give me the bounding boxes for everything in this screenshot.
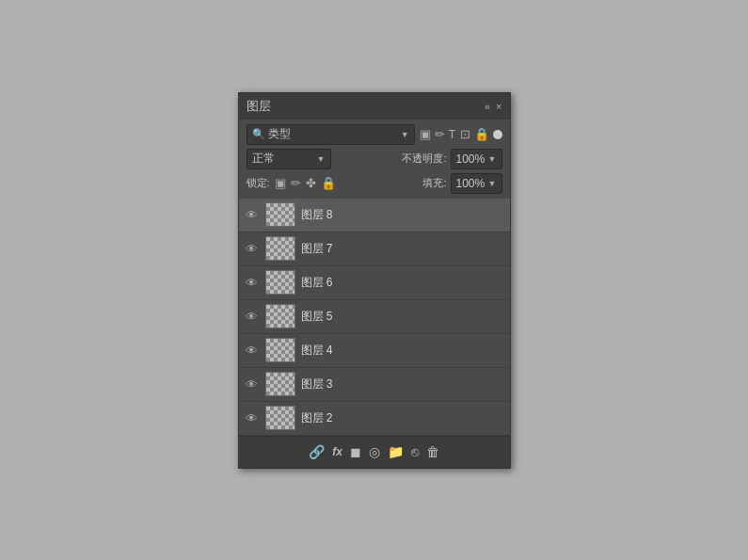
link-icon[interactable]: 🔗: [309, 444, 325, 459]
visibility-icon[interactable]: 👁: [245, 411, 260, 425]
opacity-input[interactable]: 100% ▼: [451, 149, 502, 169]
table-row[interactable]: 👁 图层 7: [239, 232, 510, 266]
layer-thumbnail: [265, 304, 295, 328]
visibility-icon[interactable]: 👁: [245, 276, 260, 290]
mask-icon[interactable]: ◼: [350, 444, 361, 459]
panel-title: 图层: [247, 98, 271, 115]
visibility-icon[interactable]: 👁: [245, 242, 260, 256]
layer-name: 图层 2: [301, 410, 504, 426]
filter-row: 🔍 类型 ▼ ▣ ✏ T ⊡ 🔒: [247, 124, 502, 145]
layers-list[interactable]: 👁 图层 8 👁 图层 7 👁 图层 6 👁 图层 5 👁 图层 4 👁: [239, 199, 510, 436]
table-row[interactable]: 👁 图层 2: [239, 402, 510, 436]
dropdown-arrow-icon: ▼: [401, 130, 409, 139]
layer-name: 图层 6: [301, 275, 504, 291]
layers-panel: 图层 « × 🔍 类型 ▼ ▣ ✏ T ⊡ 🔒: [238, 92, 511, 469]
lock-position-icon[interactable]: ✤: [306, 177, 316, 189]
filter-icon-type[interactable]: T: [449, 128, 456, 140]
fill-label: 填充:: [422, 176, 446, 190]
type-select[interactable]: 🔍 类型 ▼: [247, 124, 415, 145]
layer-thumbnail: [265, 270, 295, 295]
visibility-icon[interactable]: 👁: [245, 377, 260, 392]
lock-controls: 锁定: ▣ ✏ ✤ 🔒: [247, 176, 336, 190]
filter-icon-shape[interactable]: ⊡: [460, 128, 470, 140]
visibility-icon[interactable]: 👁: [245, 208, 260, 222]
fill-row: 填充: 100% ▼: [341, 173, 502, 194]
visibility-icon[interactable]: 👁: [245, 310, 260, 324]
filter-icons: ▣ ✏ T ⊡ 🔒: [420, 128, 502, 140]
delete-icon[interactable]: 🗑: [426, 444, 439, 459]
close-icon[interactable]: ×: [496, 101, 501, 112]
layer-name: 图层 5: [301, 309, 504, 325]
layer-thumbnail: [265, 236, 295, 261]
opacity-number: 100%: [456, 152, 485, 166]
layer-thumbnail: [265, 338, 295, 362]
lock-pixels-icon[interactable]: ✏: [291, 177, 301, 189]
layer-name: 图层 7: [301, 241, 504, 257]
blend-opacity-row: 正常 ▼ 不透明度: 100% ▼: [247, 149, 502, 169]
visibility-icon[interactable]: 👁: [245, 344, 260, 358]
panel-titlebar: 图层 « ×: [239, 93, 510, 120]
table-row[interactable]: 👁 图层 8: [239, 199, 510, 232]
filter-toggle-circle[interactable]: [493, 130, 502, 139]
opacity-arrow-icon: ▼: [488, 154, 497, 164]
panel-bottom-toolbar: 🔗 fx ◼ ◎ 📁 ⎋ 🗑: [239, 436, 510, 468]
panel-controls: 🔍 类型 ▼ ▣ ✏ T ⊡ 🔒 正常 ▼ 不透明度: 100%: [239, 120, 510, 199]
group-icon[interactable]: 📁: [388, 444, 404, 459]
collapse-icon[interactable]: «: [485, 101, 490, 112]
new-layer-icon[interactable]: ⎋: [411, 444, 419, 459]
type-label: 类型: [268, 126, 398, 142]
filter-icon-lock[interactable]: 🔒: [474, 128, 489, 140]
table-row[interactable]: 👁 图层 6: [239, 266, 510, 300]
fill-arrow-icon: ▼: [488, 179, 497, 188]
table-row[interactable]: 👁 图层 5: [239, 300, 510, 334]
adjustment-icon[interactable]: ◎: [369, 444, 380, 459]
fill-number: 100%: [456, 177, 485, 190]
lock-fill-row: 锁定: ▣ ✏ ✤ 🔒 填充: 100% ▼: [247, 173, 502, 194]
layer-name: 图层 4: [301, 343, 504, 359]
fill-input[interactable]: 100% ▼: [451, 173, 502, 194]
filter-icon-image[interactable]: ▣: [420, 128, 431, 140]
layer-thumbnail: [265, 372, 295, 396]
layer-thumbnail: [265, 406, 295, 430]
layer-name: 图层 8: [301, 207, 504, 223]
layer-thumbnail: [265, 202, 295, 227]
blend-mode-label: 正常: [252, 151, 314, 167]
opacity-row: 不透明度: 100% ▼: [336, 149, 502, 169]
lock-transparent-icon[interactable]: ▣: [275, 177, 286, 189]
opacity-label: 不透明度:: [402, 152, 446, 166]
table-row[interactable]: 👁 图层 4: [239, 334, 510, 368]
lock-artboard-icon[interactable]: 🔒: [321, 177, 336, 189]
blend-dropdown-icon: ▼: [317, 154, 326, 164]
blend-mode-select[interactable]: 正常 ▼: [247, 149, 331, 169]
titlebar-controls: « ×: [485, 101, 502, 112]
search-icon: 🔍: [252, 128, 265, 140]
lock-label: 锁定:: [247, 176, 270, 190]
layer-name: 图层 3: [301, 376, 504, 392]
fx-icon[interactable]: fx: [332, 445, 342, 458]
table-row[interactable]: 👁 图层 3: [239, 368, 510, 402]
filter-icon-adjust[interactable]: ✏: [435, 128, 445, 140]
